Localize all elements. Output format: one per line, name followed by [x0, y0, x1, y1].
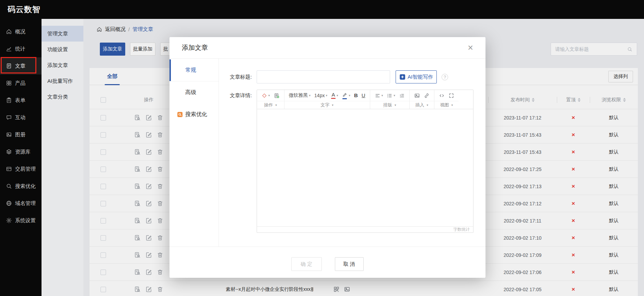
modal-tab-list: 常规 高级 搜索优化: [169, 59, 219, 247]
align-icon: [375, 93, 380, 99]
confirm-button[interactable]: 确 定: [291, 257, 321, 271]
toolbar-group: 插入▾: [410, 90, 434, 109]
font-size-select[interactable]: 14px▾: [313, 92, 329, 99]
insert-image-button[interactable]: [413, 92, 421, 99]
modal-body: 常规 高级 搜索优化 文章标题: AI智能写作: [169, 59, 485, 247]
underline-button[interactable]: U: [360, 92, 367, 99]
toolbar-group-label[interactable]: 视图▾: [434, 101, 459, 109]
code-view-button[interactable]: [437, 92, 446, 99]
img-icon: [414, 93, 420, 99]
align-button[interactable]: ▾: [373, 92, 385, 99]
fullscreen-icon: [448, 93, 454, 99]
modal-tab-label: 高级: [185, 89, 196, 96]
article-title-input[interactable]: [257, 70, 390, 83]
highlight-color-button[interactable]: ▾: [340, 92, 352, 100]
diamond-icon: [261, 93, 267, 99]
modal-header: 添加文章 ×: [169, 37, 485, 59]
cancel-button[interactable]: 取 消: [335, 257, 364, 271]
toolbar-group: 微软雅黑▾14px▾A▾▾BU文字▾: [284, 90, 370, 109]
modal-tab-label: 搜索优化: [185, 111, 207, 118]
highlight-icon: [342, 92, 348, 98]
code-icon: [439, 93, 445, 99]
bold-button[interactable]: B: [353, 92, 359, 99]
article-title-label: 文章标题:: [219, 70, 257, 83]
modal-footer: 确 定 取 消: [169, 247, 485, 278]
font-family-select[interactable]: 微软雅黑▾: [288, 92, 312, 99]
rich-text-editor: ▾操作▾微软雅黑▾14px▾A▾▾BU文字▾▾▾排版▾插入▾视图▾ 字数统计: [257, 90, 473, 233]
toolbar-group-label[interactable]: 插入▾: [410, 101, 434, 109]
ai-logo-icon: [399, 74, 406, 80]
ai-writing-label: AI智能写作: [408, 74, 433, 80]
close-icon[interactable]: ×: [468, 43, 473, 53]
toolbar-group-label[interactable]: 文字▾: [284, 101, 370, 109]
toolbar-group-label[interactable]: 操作▾: [257, 101, 284, 109]
link-icon: [424, 93, 430, 99]
indent-icon: [399, 93, 405, 99]
fullscreen-button[interactable]: [447, 92, 456, 99]
list-icon: [387, 93, 393, 99]
font-color-button[interactable]: A▾: [330, 92, 340, 100]
toolbar-group: ▾▾排版▾: [370, 90, 410, 109]
insert-link-button[interactable]: [422, 92, 431, 99]
editor-statusbar: 字数统计: [257, 226, 473, 232]
modal-tab-label: 常规: [185, 67, 196, 74]
add-article-form: 文章标题: AI智能写作 ? 文章详情: ▾操作▾微软雅黑▾14px▾A▾▾BU…: [219, 59, 485, 247]
doc-icon: [274, 93, 280, 99]
editor-content-area[interactable]: [257, 109, 473, 226]
article-detail-label: 文章详情:: [219, 90, 257, 233]
list-button[interactable]: ▾: [385, 92, 397, 99]
modal-tab[interactable]: 搜索优化: [169, 103, 219, 125]
modal-tab[interactable]: 常规: [169, 59, 219, 81]
toolbar-group: 视图▾: [434, 90, 459, 109]
template-button[interactable]: [272, 92, 281, 99]
editor-toolbar: ▾操作▾微软雅黑▾14px▾A▾▾BU文字▾▾▾排版▾插入▾视图▾: [257, 90, 473, 109]
ai-writing-button[interactable]: AI智能写作: [396, 70, 437, 83]
indent-button[interactable]: [398, 92, 406, 99]
toolbar-group-label[interactable]: 排版▾: [370, 101, 409, 109]
add-article-modal: 添加文章 × 常规 高级 搜索优化: [169, 37, 485, 278]
help-icon[interactable]: ?: [442, 74, 448, 80]
tab-icon: [177, 112, 183, 117]
modal-tab[interactable]: 高级: [169, 81, 219, 103]
modal-title: 添加文章: [182, 43, 208, 52]
word-count-label: 字数统计: [453, 227, 470, 232]
toolbar-group: ▾操作▾: [257, 90, 284, 109]
clear-format-button[interactable]: ▾: [260, 92, 271, 99]
